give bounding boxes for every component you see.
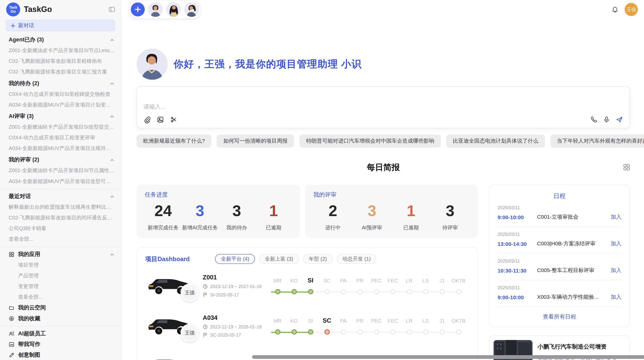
avatar[interactable] xyxy=(166,2,181,17)
sidebar-item[interactable]: Z001-全新燃油轻卡产品开发项目SI节点属性5D文件评审 xyxy=(0,165,121,176)
tab-powertrain[interactable]: 动总开发 (1) xyxy=(337,254,376,264)
sidebar-item[interactable]: A034-全新新能源MUV产品开发项目计划变更表编写 xyxy=(0,99,121,110)
metric-value: 24 xyxy=(145,203,182,219)
schedule-event[interactable]: 2025/03/11 10:30-11:30 C005-整车工程目标评审 加入 xyxy=(497,254,621,280)
tab-new-platform[interactable]: 全新平台 (4) xyxy=(215,254,255,264)
app-title: TaskGo xyxy=(24,5,109,14)
chevron-up-icon[interactable] xyxy=(110,252,114,257)
recent-chat-item[interactable]: 公司Q3轻卡销量 xyxy=(0,223,121,234)
avatar[interactable] xyxy=(184,2,199,17)
app-item-product-mgmt[interactable]: 产品管理 xyxy=(0,271,121,281)
sidebar-item-favorites[interactable]: 我的收藏 xyxy=(0,313,121,324)
briefing-header: 每日简报 xyxy=(137,162,630,172)
project-row[interactable]: 王强 Z001 2023-12-19 ~ 2027-01-19 xyxy=(145,271,469,311)
section-ai-review[interactable]: AI评审 (3) xyxy=(0,111,121,122)
chevron-up-icon[interactable] xyxy=(110,38,114,42)
sidebar-item-cloud-space[interactable]: 我的云空间 xyxy=(0,303,121,313)
section-my-review[interactable]: 我的评审 (2) xyxy=(0,155,121,165)
paperclip-icon[interactable] xyxy=(143,116,151,123)
sidebar-item-my-apps[interactable]: 我的应用 xyxy=(0,249,121,260)
chevron-up-icon[interactable] xyxy=(110,194,114,199)
composer-left-tools xyxy=(143,116,177,123)
avatar[interactable] xyxy=(148,2,163,17)
sidebar-collapse-icon[interactable] xyxy=(109,6,115,13)
plus-icon xyxy=(135,7,141,12)
owner-badge: 王强 xyxy=(181,324,199,342)
creative-draw-label: 创意制图 xyxy=(18,351,40,359)
sidebar-item[interactable]: C02-飞腾新能源轻客改款项目里程碑画布 xyxy=(0,56,121,67)
milestone-label: MR xyxy=(274,278,282,284)
section-recent-chats[interactable]: 最近对话 xyxy=(0,191,121,202)
project-row[interactable]: 王强 A034 2023-12-19 ~ 2026-01-19 xyxy=(145,312,469,352)
dashboard-title: 项目Dashboard xyxy=(145,255,190,263)
microphone-icon[interactable] xyxy=(603,116,610,123)
suggestion-chip[interactable]: 特朗普可能对进口汽车增税会对中国车企造成哪些影响 xyxy=(299,134,441,148)
milestone-dot xyxy=(456,329,461,335)
event-time: 10:30-11:30 xyxy=(497,267,537,274)
sidebar-item[interactable]: C02-飞腾新能源轻客改款项目立项汇报方案 xyxy=(0,67,121,77)
phone-icon[interactable] xyxy=(590,116,597,123)
user-avatar[interactable]: 王强 xyxy=(625,3,638,16)
cloud-space-label: 我的云空间 xyxy=(18,304,46,311)
sidebar-item[interactable]: C0X4-动力总成开发项目工程变更评审 xyxy=(0,132,121,143)
project-info: Z001 2023-12-19 ~ 2027-01-19 SI-2025-05-… xyxy=(199,271,269,297)
metric: 2 进行中 xyxy=(313,203,353,231)
layout-grid-icon[interactable] xyxy=(623,164,630,171)
add-member-button[interactable] xyxy=(131,3,145,17)
tab-new-body[interactable]: 全新上装 (3) xyxy=(259,254,299,264)
join-button[interactable]: 加入 xyxy=(611,267,621,274)
horizontal-scrollbar-thumb[interactable] xyxy=(252,355,644,359)
horizontal-scrollbar[interactable] xyxy=(252,355,644,359)
sidebar-item-creative-draw[interactable]: 创意制图 xyxy=(0,350,121,360)
sidebar-item[interactable]: A034-全新新能源MUV产品开发项目法规符合性评审 xyxy=(0,143,121,154)
join-button[interactable]: 加入 xyxy=(611,213,621,221)
metric: 1 已逾期 xyxy=(255,203,292,231)
metric: 3 新增AI完成任务 xyxy=(182,203,218,231)
app-item-project-mgmt[interactable]: 项目管理 xyxy=(0,260,121,271)
bell-icon[interactable] xyxy=(611,6,618,13)
suggestion-chip[interactable]: 当下年轻人对汽车外观有怎样的喜好趋势 xyxy=(550,134,644,148)
chat-input[interactable]: 请输入... xyxy=(143,103,623,111)
schedule-event[interactable]: 2025/03/11 9:00-10:00 C001-立项审批会 加入 xyxy=(497,200,621,227)
flag-icon xyxy=(203,292,208,297)
chevron-up-icon[interactable] xyxy=(110,114,114,119)
send-icon[interactable] xyxy=(616,116,623,123)
schedule-event[interactable]: 2025/03/11 13:00-14:30 C003|H0B-方案冻结评审 加… xyxy=(497,227,621,254)
sidebar-item[interactable]: Z001-全新燃油轻卡产品开发项目SI造型提交物评审 xyxy=(0,122,121,132)
suggestion-chip[interactable]: 比亚迪全固态电池计划具体说了什么 xyxy=(446,134,545,148)
my-apps-label: 我的应用 xyxy=(18,251,106,258)
section-label: Agent已办 (3) xyxy=(9,36,44,43)
section-agent-done[interactable]: Agent已办 (3) xyxy=(0,35,121,45)
milestone-label: J1 xyxy=(439,278,445,284)
app-item-change-mgmt[interactable]: 变更管理 xyxy=(0,281,121,292)
app-logo: Task Go xyxy=(6,3,20,17)
image-icon[interactable] xyxy=(157,116,164,123)
plus-icon xyxy=(11,23,15,28)
tab-year-model[interactable]: 年型 (2) xyxy=(303,254,332,264)
recent-chat-item[interactable]: 解释最新出台的欧盟报废车法规再生塑料比例被调至15%... xyxy=(0,202,121,213)
milestone-label: PA xyxy=(340,318,346,324)
view-all-apps[interactable]: 查看全部... xyxy=(0,292,121,303)
view-all-chats[interactable]: 查看全部... xyxy=(0,234,121,245)
scissors-icon[interactable] xyxy=(170,116,177,123)
join-button[interactable]: 加入 xyxy=(611,293,621,301)
sidebar-item[interactable]: A034-全新新能源MUV产品开发项目造型可行性评审 xyxy=(0,176,121,187)
milestone-label: J1 xyxy=(439,318,445,324)
sidebar-item-ai-staff[interactable]: AI超级员工 xyxy=(0,328,121,339)
section-my-todo[interactable]: 我的待办 (2) xyxy=(0,78,121,89)
chevron-up-icon[interactable] xyxy=(110,158,114,162)
suggestion-chip[interactable]: 欧洲新规最近颁布了什么? xyxy=(137,134,212,148)
chevron-up-icon[interactable] xyxy=(110,81,114,86)
app-window: Task Go TaskGo 新对话 Agent已办 (3) Z001-全新燃油… xyxy=(0,0,644,360)
sidebar-item[interactable]: C0X4-动力总成开发项目SI里程碑提交物检查 xyxy=(0,89,121,99)
logo-text-top: Task xyxy=(9,5,17,9)
suggestion-chip[interactable]: 如何写一份清晰的项目周报 xyxy=(217,134,294,148)
topbar-right: 王强 xyxy=(611,3,640,16)
sidebar-item[interactable]: Z001-全新燃油皮卡产品开发项目SI节点Lesson Learn报告 xyxy=(0,45,121,56)
schedule-event[interactable]: 2025/03/11 9:00-10:00 X003-车辆动力学性能验... 加… xyxy=(497,280,621,307)
new-chat-button[interactable]: 新对话 xyxy=(6,20,115,31)
view-all-schedule[interactable]: 查看所有日程 xyxy=(497,313,621,321)
join-button[interactable]: 加入 xyxy=(611,240,621,247)
recent-chat-item[interactable]: C02-飞腾新能源轻客改款项目的闭环通告反馈情况 xyxy=(0,213,121,223)
sidebar-item-help-write[interactable]: 帮我写作 xyxy=(0,339,121,350)
